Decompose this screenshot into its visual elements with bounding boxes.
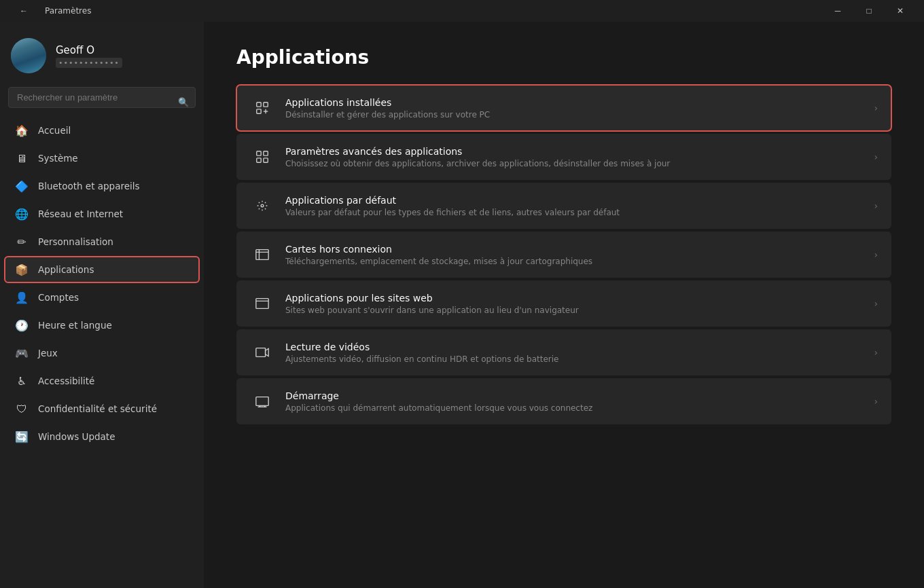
sidebar-item-label: Heure et langue (38, 320, 112, 331)
offline-maps-icon (250, 242, 274, 267)
back-button[interactable]: ← (8, 0, 39, 22)
close-button[interactable]: ✕ (885, 0, 916, 22)
settings-list: Applications installées Désinstaller et … (236, 85, 891, 424)
reseau-icon: 🌐 (15, 207, 29, 221)
svg-rect-6 (264, 151, 268, 155)
settings-item-default[interactable]: Applications par défaut Valeurs par défa… (236, 183, 891, 229)
settings-item-text-default: Applications par défaut Valeurs par défa… (285, 195, 866, 217)
search-input[interactable] (8, 87, 196, 108)
personnalisation-icon: ✏️ (15, 235, 29, 249)
settings-item-title-websites: Applications pour les sites web (285, 293, 866, 304)
settings-item-text-offline-maps: Cartes hors connexion Téléchargements, e… (285, 244, 866, 266)
settings-item-title-advanced: Paramètres avancés des applications (285, 146, 866, 157)
minimize-button[interactable]: ─ (822, 0, 853, 22)
startup-icon (250, 389, 274, 414)
websites-icon (250, 291, 274, 316)
settings-item-text-installed: Applications installées Désinstaller et … (285, 97, 866, 120)
settings-item-desc-video: Ajustements vidéo, diffusion en continu … (285, 354, 866, 364)
sidebar-item-label: Comptes (38, 292, 79, 303)
content-area: Applications Applications installées Dés… (204, 22, 924, 588)
svg-rect-12 (256, 348, 266, 357)
settings-item-desc-offline-maps: Téléchargements, emplacement de stockage… (285, 257, 866, 266)
settings-item-installed[interactable]: Applications installées Désinstaller et … (236, 85, 891, 131)
settings-item-title-offline-maps: Cartes hors connexion (285, 244, 866, 255)
user-name: Geoff O (56, 44, 122, 56)
settings-item-title-installed: Applications installées (285, 97, 866, 108)
settings-item-advanced[interactable]: Paramètres avancés des applications Choi… (236, 134, 891, 180)
sidebar-item-label: Accessibilité (38, 375, 94, 386)
settings-item-title-startup: Démarrage (285, 390, 866, 401)
sidebar-item-systeme[interactable]: 🖥 Système (4, 145, 200, 172)
settings-item-text-video: Lecture de vidéos Ajustements vidéo, dif… (285, 342, 866, 364)
svg-rect-5 (257, 151, 261, 155)
settings-item-title-default: Applications par défaut (285, 195, 866, 206)
sidebar-item-label: Windows Update (38, 431, 115, 442)
sidebar-item-accueil[interactable]: 🏠 Accueil (4, 117, 200, 144)
search-container: 🔍 (0, 87, 204, 116)
chevron-icon-websites: › (874, 298, 878, 309)
settings-item-desc-advanced: Choisissez où obtenir des applications, … (285, 159, 866, 168)
avatar (11, 38, 46, 73)
settings-item-desc-installed: Désinstaller et gérer des applications s… (285, 110, 866, 120)
settings-item-text-websites: Applications pour les sites web Sites we… (285, 293, 866, 315)
sidebar-item-label: Accueil (38, 125, 71, 136)
page-title: Applications (236, 46, 891, 69)
settings-item-desc-startup: Applications qui démarrent automatiqueme… (285, 403, 866, 413)
bluetooth-icon: 🔷 (15, 179, 29, 193)
svg-rect-10 (256, 250, 268, 260)
sidebar-item-reseau[interactable]: 🌐 Réseau et Internet (4, 200, 200, 227)
applications-icon: 📦 (15, 263, 29, 276)
chevron-icon-installed: › (874, 103, 878, 113)
main-layout: Geoff O •••••••••••• 🔍 🏠 Accueil 🖥 Systè… (0, 22, 924, 588)
titlebar-title: Paramètres (45, 6, 91, 16)
svg-rect-7 (257, 158, 261, 162)
sidebar-item-applications[interactable]: 📦 Applications (4, 256, 200, 283)
sidebar-item-accessibilite[interactable]: ♿ Accessibilité (4, 367, 200, 394)
user-info: Geoff O •••••••••••• (56, 44, 122, 68)
windows-update-icon: 🔄 (15, 430, 29, 443)
sidebar-item-label: Personnalisation (38, 236, 113, 247)
installed-icon (250, 96, 274, 120)
svg-rect-8 (264, 158, 268, 162)
maximize-button[interactable]: □ (853, 0, 885, 22)
default-icon (250, 194, 274, 218)
sidebar-item-label: Bluetooth et appareils (38, 181, 140, 191)
accessibilite-icon: ♿ (15, 374, 29, 388)
sidebar-item-personnalisation[interactable]: ✏️ Personnalisation (4, 228, 200, 255)
sidebar-item-confidentialite[interactable]: 🛡 Confidentialité et sécurité (4, 395, 200, 422)
sidebar-item-comptes[interactable]: 👤 Comptes (4, 284, 200, 311)
titlebar-controls: ─ □ ✕ (822, 0, 916, 22)
sidebar-item-heure[interactable]: 🕐 Heure et langue (4, 312, 200, 339)
chevron-icon-startup: › (874, 396, 878, 407)
nav-list: 🏠 Accueil 🖥 Système 🔷 Bluetooth et appar… (0, 116, 204, 451)
sidebar-item-label: Applications (38, 264, 94, 275)
settings-item-text-startup: Démarrage Applications qui démarrent aut… (285, 390, 866, 413)
chevron-icon-default: › (874, 200, 878, 211)
sidebar: Geoff O •••••••••••• 🔍 🏠 Accueil 🖥 Systè… (0, 22, 204, 588)
sidebar-item-jeux[interactable]: 🎮 Jeux (4, 339, 200, 367)
sidebar-item-label: Jeux (38, 348, 58, 359)
systeme-icon: 🖥 (15, 151, 29, 165)
settings-item-websites[interactable]: Applications pour les sites web Sites we… (236, 280, 891, 327)
sidebar-item-windows-update[interactable]: 🔄 Windows Update (4, 423, 200, 450)
settings-item-title-video: Lecture de vidéos (285, 342, 866, 352)
sidebar-item-label: Système (38, 153, 78, 164)
svg-rect-1 (264, 103, 268, 107)
svg-rect-13 (256, 397, 268, 406)
sidebar-item-label: Réseau et Internet (38, 208, 123, 219)
sidebar-item-label: Confidentialité et sécurité (38, 403, 157, 414)
comptes-icon: 👤 (15, 291, 29, 304)
sidebar-item-bluetooth[interactable]: 🔷 Bluetooth et appareils (4, 172, 200, 200)
chevron-icon-video: › (874, 347, 878, 358)
titlebar-left: ← Paramètres (8, 0, 91, 22)
svg-rect-2 (257, 109, 261, 113)
accueil-icon: 🏠 (15, 124, 29, 137)
settings-item-text-advanced: Paramètres avancés des applications Choi… (285, 146, 866, 168)
video-icon (250, 340, 274, 365)
settings-item-offline-maps[interactable]: Cartes hors connexion Téléchargements, e… (236, 232, 891, 278)
settings-item-video[interactable]: Lecture de vidéos Ajustements vidéo, dif… (236, 329, 891, 375)
heure-icon: 🕐 (15, 318, 29, 332)
settings-item-startup[interactable]: Démarrage Applications qui démarrent aut… (236, 378, 891, 424)
user-profile[interactable]: Geoff O •••••••••••• (0, 30, 204, 87)
titlebar: ← Paramètres ─ □ ✕ (0, 0, 924, 22)
